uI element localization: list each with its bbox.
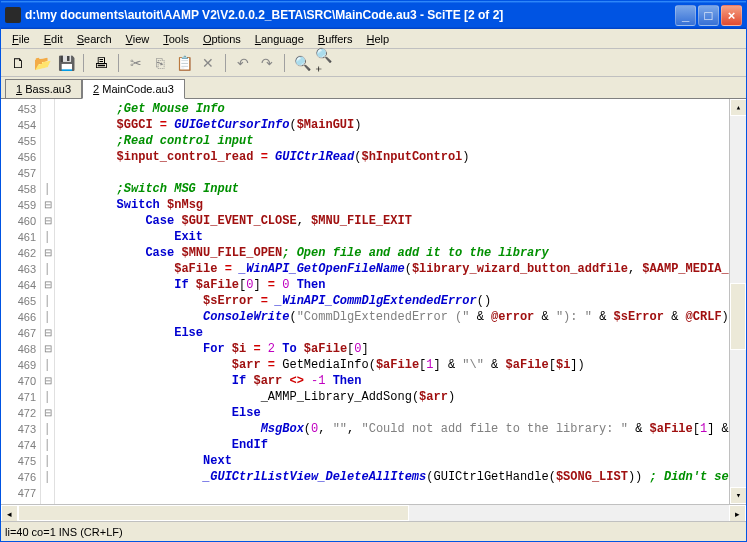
menu-help[interactable]: Help — [359, 31, 396, 47]
new-file-icon[interactable]: 🗋 — [7, 52, 29, 74]
line-number-gutter: 4534544554564574584594604614624634644654… — [1, 99, 41, 504]
find-icon[interactable]: 🔍 — [291, 52, 313, 74]
menu-buffers[interactable]: Buffers — [311, 31, 360, 47]
cut-icon[interactable]: ✂ — [125, 52, 147, 74]
redo-icon[interactable]: ↷ — [256, 52, 278, 74]
menubar: File Edit Search View Tools Options Lang… — [1, 29, 746, 49]
menu-view[interactable]: View — [119, 31, 157, 47]
menu-edit[interactable]: Edit — [37, 31, 70, 47]
status-text: li=40 co=1 INS (CR+LF) — [5, 526, 123, 538]
undo-icon[interactable]: ↶ — [232, 52, 254, 74]
menu-file[interactable]: File — [5, 31, 37, 47]
scroll-up-icon[interactable]: ▴ — [730, 99, 746, 116]
toolbar-separator — [118, 54, 119, 72]
app-icon — [5, 7, 21, 23]
menu-search[interactable]: Search — [70, 31, 119, 47]
maximize-button[interactable]: □ — [698, 5, 719, 26]
paste-icon[interactable]: 📋 — [173, 52, 195, 74]
horizontal-scrollbar[interactable]: ◂ ▸ — [1, 504, 746, 521]
replace-icon[interactable]: 🔍⁺ — [315, 52, 337, 74]
menu-language[interactable]: Language — [248, 31, 311, 47]
menu-tools[interactable]: Tools — [156, 31, 196, 47]
toolbar-separator — [83, 54, 84, 72]
tab-maincode[interactable]: 2 MainCode.au3 — [82, 79, 185, 99]
vertical-scrollbar[interactable]: ▴ ▾ — [729, 99, 746, 504]
code-editor[interactable]: ;Get Mouse Info $GGCI = GUIGetCursorInfo… — [55, 99, 729, 504]
statusbar: li=40 co=1 INS (CR+LF) — [1, 521, 746, 541]
menu-options[interactable]: Options — [196, 31, 248, 47]
minimize-button[interactable]: _ — [675, 5, 696, 26]
fold-column[interactable]: │⊟⊟│⊟│⊟││⊟⊟│⊟│⊟││││ — [41, 99, 55, 504]
delete-icon[interactable]: ✕ — [197, 52, 219, 74]
copy-icon[interactable]: ⎘ — [149, 52, 171, 74]
scroll-down-icon[interactable]: ▾ — [730, 487, 746, 504]
open-file-icon[interactable]: 📂 — [31, 52, 53, 74]
scroll-left-icon[interactable]: ◂ — [1, 505, 18, 521]
scroll-right-icon[interactable]: ▸ — [729, 505, 746, 521]
tabbar: 1 Bass.au3 2 MainCode.au3 — [1, 77, 746, 99]
toolbar-separator — [225, 54, 226, 72]
titlebar: d:\my documents\autoit\AAMP V2\V2.0.0.2_… — [1, 1, 746, 29]
toolbar: 🗋 📂 💾 🖶 ✂ ⎘ 📋 ✕ ↶ ↷ 🔍 🔍⁺ — [1, 49, 746, 77]
window-title: d:\my documents\autoit\AAMP V2\V2.0.0.2_… — [25, 8, 675, 22]
close-button[interactable]: × — [721, 5, 742, 26]
toolbar-separator — [284, 54, 285, 72]
save-file-icon[interactable]: 💾 — [55, 52, 77, 74]
tab-bass[interactable]: 1 Bass.au3 — [5, 79, 82, 98]
print-icon[interactable]: 🖶 — [90, 52, 112, 74]
